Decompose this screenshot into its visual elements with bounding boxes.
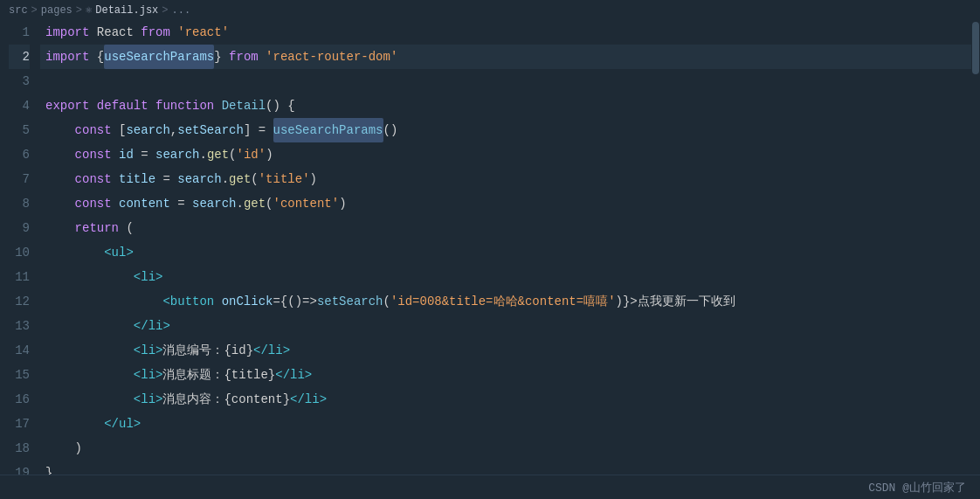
token: [: [112, 118, 127, 142]
line-number-16: 16: [9, 387, 30, 412]
token: search: [177, 167, 221, 191]
line-number-15: 15: [9, 363, 30, 387]
token: ,: [170, 118, 177, 142]
token: (: [266, 191, 273, 216]
token: ): [339, 191, 346, 216]
watermark: CSDN @山竹回家了: [868, 480, 966, 496]
editor: src > pages > ⚛ Detail.jsx > ... 1234567…: [0, 0, 980, 499]
code-line-10: <ul>: [40, 240, 971, 265]
line-number-7: 7: [9, 167, 30, 191]
token: =: [170, 191, 192, 216]
token: [45, 289, 162, 314]
token: [45, 167, 75, 191]
line-number-5: 5: [9, 118, 30, 142]
token: get: [229, 167, 251, 191]
token: =: [155, 167, 177, 191]
token: [45, 314, 134, 338]
line-number-2: 2: [9, 45, 30, 69]
token: 消息标题：{title}: [162, 363, 275, 387]
line-number-1: 1: [9, 20, 30, 45]
token: const: [75, 142, 112, 167]
code-line-1: import React from 'react': [40, 20, 971, 45]
breadcrumb-icon: ⚛: [86, 3, 92, 17]
token: <li>: [134, 338, 163, 363]
code-line-11: <li>: [40, 265, 971, 289]
token: 'react-router-dom': [266, 45, 397, 69]
token: </li>: [134, 314, 170, 338]
token: [45, 387, 134, 412]
token: return: [75, 216, 119, 240]
token: {: [89, 45, 104, 69]
token: <button: [162, 289, 214, 314]
breadcrumb-src: src: [9, 4, 28, 17]
token: 'react': [177, 20, 229, 45]
code-line-16: <li>消息内容：{content}</li>: [40, 387, 971, 412]
token: React: [89, 20, 141, 45]
token: 'id=008&title=哈哈&content=嘻嘻': [390, 289, 616, 314]
code-line-6: const id = search.get('id'): [40, 142, 971, 167]
code-lines[interactable]: import React from 'react'import {useSear…: [40, 20, 980, 475]
breadcrumb-sep1: >: [31, 4, 38, 17]
line-number-9: 9: [9, 216, 30, 240]
token: [45, 412, 104, 436]
token: search: [192, 191, 236, 216]
token: <li>: [134, 265, 163, 289]
line-number-4: 4: [9, 94, 30, 118]
token: .: [222, 167, 229, 191]
breadcrumb-dots: ...: [171, 4, 190, 17]
code-line-9: return (: [40, 216, 971, 240]
token: }: [214, 45, 229, 69]
token: 消息编号：{id}: [162, 338, 253, 363]
token: [112, 167, 119, 191]
token: from: [141, 20, 170, 45]
breadcrumb: src > pages > ⚛ Detail.jsx > ...: [0, 0, 980, 20]
token: 'id': [237, 142, 266, 167]
token: const: [75, 191, 112, 216]
token: export: [45, 94, 89, 118]
line-number-6: 6: [9, 142, 30, 167]
token: const: [75, 118, 112, 142]
token: setSearch: [177, 118, 244, 142]
token: .: [199, 142, 206, 167]
code-line-15: <li>消息标题：{title}</li>: [40, 363, 971, 387]
line-number-17: 17: [9, 412, 30, 436]
token: from: [229, 45, 259, 69]
breadcrumb-sep2: >: [76, 4, 82, 17]
code-line-14: <li>消息编号：{id}</li>: [40, 338, 971, 363]
token: search: [126, 118, 169, 142]
token: useSearchParams: [273, 118, 383, 142]
token: search: [155, 142, 199, 167]
token: ={()=>: [273, 289, 316, 314]
token: onClick: [222, 289, 273, 314]
bottom-bar: CSDN @山竹回家了: [0, 475, 980, 499]
token: [170, 20, 177, 45]
code-line-13: </li>: [40, 314, 971, 338]
token: [45, 118, 75, 142]
token: [45, 191, 75, 216]
line-number-8: 8: [9, 191, 30, 216]
code-line-12: <button onClick={()=>setSearch('id=008&t…: [40, 289, 971, 314]
code-area[interactable]: 1234567891011121314151617181920 import R…: [0, 20, 980, 475]
token: =: [134, 142, 155, 167]
breadcrumb-sep3: >: [162, 4, 168, 17]
token: <ul>: [104, 240, 134, 265]
scrollbar[interactable]: [971, 20, 980, 475]
token: </li>: [253, 338, 290, 363]
token: 'content': [273, 191, 340, 216]
token: <li>: [134, 387, 163, 412]
token: [45, 363, 134, 387]
token: (: [229, 142, 236, 167]
breadcrumb-pages: pages: [41, 4, 72, 17]
token: setSearch: [317, 289, 383, 314]
token: get: [244, 191, 266, 216]
code-line-3: [40, 69, 971, 94]
line-number-10: 10: [9, 240, 30, 265]
code-line-5: const [search,setSearch] = useSearchPara…: [40, 118, 971, 142]
token: function: [155, 94, 214, 118]
scrollbar-thumb[interactable]: [972, 22, 979, 74]
token: import: [45, 45, 89, 69]
code-line-4: export default function Detail() {: [40, 94, 971, 118]
token: [45, 265, 134, 289]
token: content: [119, 191, 170, 216]
token: useSearchParams: [104, 45, 214, 69]
